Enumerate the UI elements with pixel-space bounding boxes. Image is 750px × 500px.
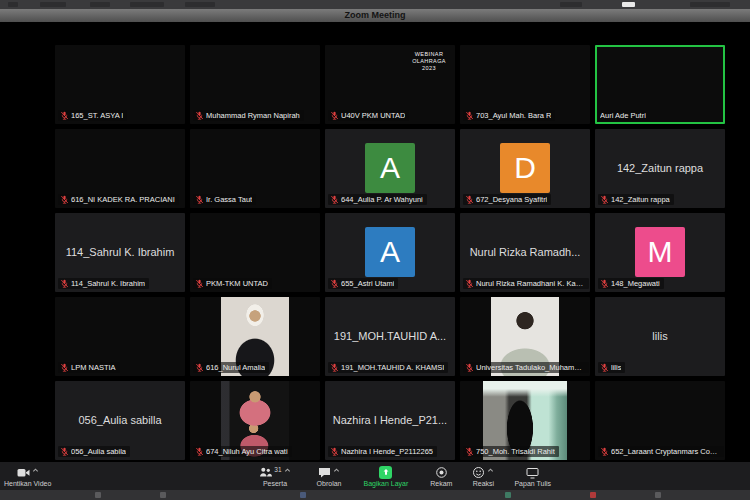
participant-tile[interactable]: PKM-TKM UNTAD	[190, 213, 320, 292]
participants-icon	[259, 466, 272, 479]
participant-tile[interactable]: 165_ST. ASYA I	[55, 45, 185, 124]
chat-bubble-icon	[318, 466, 331, 479]
participant-nameplate: Auri Ade Putri	[598, 110, 650, 121]
participant-name: 148_Megawati	[611, 279, 660, 288]
participant-name: Nurul Rizka Ramadhani K. Karya...	[476, 279, 585, 288]
muted-mic-icon	[330, 195, 339, 204]
participant-nameplate: 616_Nurul Amalia	[193, 362, 269, 373]
participant-display-name: Nurul Rizka Ramadh...	[460, 246, 590, 258]
stop-video-button[interactable]: Hentikan Video	[0, 466, 55, 487]
participant-nameplate: 644_Aulia P. Ar Wahyuni	[328, 194, 427, 205]
participant-name: PKM-TKM UNTAD	[206, 279, 268, 288]
participant-display-name: 114_Sahrul K. Ibrahim	[55, 246, 185, 258]
muted-mic-icon	[60, 111, 69, 120]
reactions-smiley-icon	[472, 466, 485, 479]
participant-name: 672_Desyana Syafitri	[476, 195, 547, 204]
participant-tile[interactable]: D 672_Desyana Syafitri	[460, 129, 590, 208]
menu-blob	[8, 2, 18, 7]
participant-nameplate: Ir. Gassa Taut	[193, 194, 256, 205]
participant-tile[interactable]: A 644_Aulia P. Ar Wahyuni	[325, 129, 455, 208]
participant-name: 142_Zaitun rappa	[611, 195, 670, 204]
record-label: Rekam	[430, 480, 452, 487]
muted-mic-icon	[600, 279, 609, 288]
participant-name: LPM NASTIA	[71, 363, 116, 372]
chat-label: Obrolan	[317, 480, 342, 487]
muted-mic-icon	[465, 363, 474, 372]
participant-nameplate: 056_Aulia sabila	[58, 446, 130, 457]
whiteboard-button[interactable]: Papan Tulis	[510, 466, 555, 487]
share-screen-button[interactable]: Bagikan Layar	[360, 466, 413, 487]
participant-tile[interactable]: 652_Laraant Cryptanmars Corn...	[595, 381, 725, 460]
participants-button[interactable]: 31 Peserta	[255, 466, 294, 487]
participant-nameplate: 616_NI KADEK RA. PRACIANI	[58, 194, 179, 205]
muted-mic-icon	[60, 447, 69, 456]
participant-tile[interactable]: 616_NI KADEK RA. PRACIANI	[55, 129, 185, 208]
participant-tile[interactable]: WEBINAR OLAHRAGA 2023 U40V PKM UNTAD	[325, 45, 455, 124]
menu-blob	[560, 2, 582, 7]
participant-tile[interactable]: 114_Sahrul K. Ibrahim 114_Sahrul K. Ibra…	[55, 213, 185, 292]
participant-nameplate: 674_Niluh Ayu Citra wati	[193, 446, 292, 457]
participant-tile[interactable]: lilis lilis	[595, 297, 725, 376]
participant-nameplate: PKM-TKM UNTAD	[193, 278, 272, 289]
participant-avatar: D	[500, 143, 550, 193]
participant-name: lilis	[611, 363, 621, 372]
chevron-up-icon[interactable]	[333, 467, 340, 474]
whiteboard-label: Papan Tulis	[514, 480, 551, 487]
participant-nameplate: 750_Moh. Trisaldi Rahit	[463, 446, 559, 457]
participant-nameplate: U40V PKM UNTAD	[328, 110, 409, 121]
participant-tile[interactable]: Muhammad Ryman Napirah	[190, 45, 320, 124]
webinar-slide-text: WEBINAR OLAHRAGA 2023	[412, 51, 446, 72]
participant-tile[interactable]: M 148_Megawati	[595, 213, 725, 292]
participant-name: 644_Aulia P. Ar Wahyuni	[341, 195, 423, 204]
meeting-toolbar: Hentikan Video 31 Peserta	[0, 462, 750, 490]
participant-display-name: Nazhira I Hende_P21...	[325, 414, 455, 426]
participant-video-grid: 165_ST. ASYA I Muhammad Ryman Napirah WE…	[55, 45, 725, 460]
muted-mic-icon	[600, 363, 609, 372]
reactions-button[interactable]: Reaksi	[468, 466, 498, 487]
participant-name: 616_NI KADEK RA. PRACIANI	[71, 195, 175, 204]
participant-tile[interactable]: 191_MOH.TAUHID A... 191_MOH.TAUHID A. KH…	[325, 297, 455, 376]
record-icon	[435, 466, 448, 479]
participant-nameplate: Nurul Rizka Ramadhani K. Karya...	[463, 278, 589, 289]
participant-nameplate: 672_Desyana Syafitri	[463, 194, 551, 205]
chevron-up-icon[interactable]	[487, 467, 494, 474]
whiteboard-icon	[526, 466, 539, 479]
participant-tile[interactable]: 056_Aulia sabilla 056_Aulia sabila	[55, 381, 185, 460]
participant-tile[interactable]: 674_Niluh Ayu Citra wati	[190, 381, 320, 460]
participant-nameplate: 114_Sahrul K. Ibrahim	[58, 278, 149, 289]
participant-tile[interactable]: 142_Zaitun rappa 142_Zaitun rappa	[595, 129, 725, 208]
participant-tile[interactable]: 616_Nurul Amalia	[190, 297, 320, 376]
participant-display-name: lilis	[595, 330, 725, 342]
muted-mic-icon	[600, 195, 609, 204]
participant-tile[interactable]: LPM NASTIA	[55, 297, 185, 376]
video-camera-icon	[17, 466, 30, 479]
participant-nameplate: 148_Megawati	[598, 278, 664, 289]
participant-name: 114_Sahrul K. Ibrahim	[71, 279, 145, 288]
chat-button[interactable]: Obrolan	[313, 466, 346, 487]
chevron-up-icon[interactable]	[32, 467, 39, 474]
stop-video-label: Hentikan Video	[4, 480, 51, 487]
menu-blob	[90, 2, 110, 7]
record-button[interactable]: Rekam	[426, 466, 456, 487]
participant-tile[interactable]: A 655_Astri Utami	[325, 213, 455, 292]
participant-name: U40V PKM UNTAD	[341, 111, 405, 120]
participant-name: 703_Ayul Mah. Bara R	[476, 111, 551, 120]
taskbar-dot	[160, 492, 166, 498]
menu-blob	[690, 2, 730, 7]
participant-tile[interactable]: Nazhira I Hende_P21... Nazhira I Hende_P…	[325, 381, 455, 460]
participant-name: 165_ST. ASYA I	[71, 111, 123, 120]
participant-name: 655_Astri Utami	[341, 279, 394, 288]
participant-display-name: 056_Aulia sabilla	[55, 414, 185, 426]
participant-tile[interactable]: 750_Moh. Trisaldi Rahit	[460, 381, 590, 460]
participant-tile-active-speaker[interactable]: Auri Ade Putri	[595, 45, 725, 124]
participant-tile[interactable]: 703_Ayul Mah. Bara R	[460, 45, 590, 124]
participant-name: Ir. Gassa Taut	[206, 195, 252, 204]
chevron-up-icon[interactable]	[284, 467, 291, 474]
participant-tile[interactable]: Universitas Tadulako_Muhamma...	[460, 297, 590, 376]
participant-tile[interactable]: Ir. Gassa Taut	[190, 129, 320, 208]
participant-avatar: A	[365, 143, 415, 193]
taskbar-dot	[95, 492, 101, 498]
taskbar-dot	[590, 492, 596, 498]
participant-tile[interactable]: Nurul Rizka Ramadh... Nurul Rizka Ramadh…	[460, 213, 590, 292]
bottom-taskbar-strip	[0, 490, 750, 500]
